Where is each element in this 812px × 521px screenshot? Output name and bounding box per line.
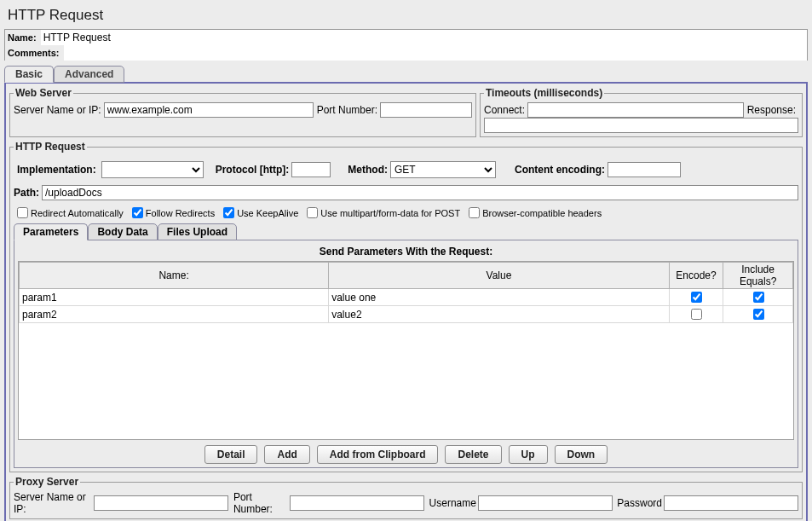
param-name-cell[interactable]: param1: [20, 289, 329, 306]
delete-button[interactable]: Delete: [445, 445, 501, 464]
col-value[interactable]: Value: [329, 263, 670, 289]
tab-advanced[interactable]: Advanced: [54, 66, 124, 83]
down-button[interactable]: Down: [555, 445, 608, 464]
comments-label: Comments:: [5, 45, 64, 61]
param-encode-cell[interactable]: [669, 306, 723, 323]
proxy-server-label: Server Name or IP:: [14, 491, 92, 515]
implementation-select[interactable]: [101, 161, 204, 178]
proxy-server-group: Proxy Server Server Name or IP: Port Num…: [9, 476, 803, 519]
timeouts-legend: Timeouts (milliseconds): [484, 87, 604, 99]
content-encoding-label: Content encoding:: [515, 164, 605, 176]
comments-input[interactable]: [64, 45, 807, 61]
detail-button[interactable]: Detail: [204, 445, 258, 464]
protocol-label: Protocol [http]:: [216, 164, 290, 176]
response-label: Response:: [747, 104, 796, 116]
params-table[interactable]: Name: Value Encode? Include Equals? para…: [19, 262, 793, 323]
proxy-username-label: Username: [429, 497, 476, 509]
proxy-password-input[interactable]: [664, 495, 798, 511]
add-button[interactable]: Add: [264, 445, 309, 464]
param-value-cell[interactable]: value2: [329, 306, 670, 323]
timeouts-group: Timeouts (milliseconds) Connect: Respons…: [480, 87, 803, 137]
tab-body-data[interactable]: Body Data: [88, 223, 157, 240]
param-include-equals-cell[interactable]: [723, 306, 793, 323]
params-table-wrap: Name: Value Encode? Include Equals? para…: [18, 261, 794, 440]
implementation-label: Implementation:: [17, 164, 96, 176]
tab-files-upload[interactable]: Files Upload: [158, 223, 237, 240]
name-input[interactable]: [41, 30, 807, 45]
method-label: Method:: [348, 164, 388, 176]
params-title: Send Parameters With the Request:: [18, 244, 794, 261]
protocol-input[interactable]: [291, 162, 331, 177]
web-server-legend: Web Server: [14, 87, 73, 99]
redirect-auto-checkbox[interactable]: Redirect Automatically: [17, 207, 124, 218]
tab-parameters[interactable]: Parameters: [14, 223, 88, 240]
use-keepalive-input[interactable]: [223, 207, 234, 218]
name-row: Name:: [5, 30, 807, 46]
browser-compat-input[interactable]: [469, 207, 480, 218]
connect-input[interactable]: [527, 102, 744, 118]
param-value-cell[interactable]: value one: [329, 289, 670, 306]
proxy-legend: Proxy Server: [14, 476, 80, 488]
table-row[interactable]: param1value one: [20, 289, 793, 306]
use-keepalive-checkbox[interactable]: Use KeepAlive: [223, 207, 298, 218]
follow-redirects-checkbox[interactable]: Follow Redirects: [132, 207, 215, 218]
path-label: Path:: [14, 187, 39, 199]
server-name-input[interactable]: [104, 102, 314, 118]
comments-row: Comments:: [5, 45, 807, 61]
follow-redirects-input[interactable]: [132, 207, 143, 218]
proxy-port-input[interactable]: [290, 495, 424, 511]
redirect-auto-input[interactable]: [17, 207, 28, 218]
col-name[interactable]: Name:: [20, 263, 329, 289]
col-encode[interactable]: Encode?: [669, 263, 723, 289]
web-server-group: Web Server Server Name or IP: Port Numbe…: [9, 87, 476, 137]
tab-basic[interactable]: Basic: [4, 66, 54, 83]
name-label: Name:: [5, 30, 41, 45]
multipart-checkbox[interactable]: Use multipart/form-data for POST: [307, 207, 460, 218]
proxy-port-label: Port Number:: [233, 491, 288, 515]
path-input[interactable]: [42, 185, 798, 200]
param-encode-cell[interactable]: [669, 289, 723, 306]
up-button[interactable]: Up: [509, 445, 548, 464]
page-title: HTTP Request: [8, 7, 808, 24]
table-row[interactable]: param2value2: [20, 306, 793, 323]
proxy-server-input[interactable]: [94, 495, 228, 511]
param-encode-checkbox[interactable]: [691, 292, 702, 303]
add-from-clipboard-button[interactable]: Add from Clipboard: [317, 445, 439, 464]
proxy-password-label: Password: [617, 497, 662, 509]
multipart-input[interactable]: [307, 207, 318, 218]
param-include-equals-cell[interactable]: [723, 289, 793, 306]
port-number-label: Port Number:: [317, 104, 377, 116]
connect-label: Connect:: [484, 104, 525, 116]
http-request-group: HTTP Request Implementation: Protocol [h…: [9, 141, 803, 472]
proxy-username-input[interactable]: [478, 495, 613, 511]
param-encode-checkbox[interactable]: [691, 309, 702, 320]
param-include-equals-checkbox[interactable]: [753, 309, 764, 320]
response-input[interactable]: [484, 118, 798, 133]
parameters-panel: Send Parameters With the Request: Name: …: [14, 240, 798, 468]
content-encoding-input[interactable]: [608, 162, 681, 177]
http-request-legend: HTTP Request: [14, 141, 87, 153]
method-select[interactable]: GET: [390, 161, 496, 178]
col-include-equals[interactable]: Include Equals?: [723, 263, 793, 289]
basic-panel: Web Server Server Name or IP: Port Numbe…: [4, 82, 808, 521]
browser-compat-checkbox[interactable]: Browser-compatible headers: [469, 207, 602, 218]
param-include-equals-checkbox[interactable]: [753, 292, 764, 303]
port-number-input[interactable]: [380, 102, 472, 118]
param-name-cell[interactable]: param2: [20, 306, 329, 323]
server-name-label: Server Name or IP:: [14, 104, 101, 116]
